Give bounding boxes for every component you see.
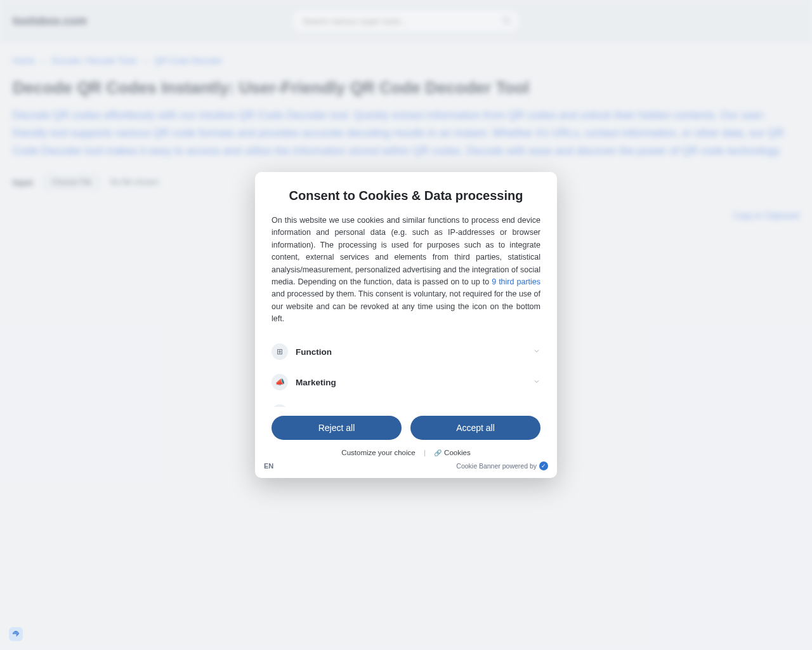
chevron-down-icon [533, 346, 540, 357]
customize-link[interactable]: Customize your choice [341, 449, 415, 456]
consent-category-preferences[interactable]: ⚙Preferences [272, 397, 540, 407]
consent-category-marketing[interactable]: 📣Marketing [272, 367, 540, 397]
chevron-down-icon [533, 376, 540, 388]
privacy-settings-button[interactable] [9, 627, 23, 641]
powered-by: Cookie Banner powered by ✓ [456, 461, 548, 470]
category-icon: ⊞ [272, 343, 288, 360]
link-icon: 🔗 [434, 449, 442, 456]
category-icon: ⚙ [272, 404, 288, 407]
accept-all-button[interactable]: Accept all [410, 416, 540, 440]
category-name: Function [296, 347, 332, 357]
category-name: Marketing [296, 378, 336, 387]
language-selector[interactable]: EN [264, 462, 273, 470]
cookies-link[interactable]: 🔗Cookies [434, 449, 471, 456]
third-parties-link[interactable]: 9 third parties [492, 277, 540, 286]
consent-category-function[interactable]: ⊞Function [272, 336, 540, 367]
reject-all-button[interactable]: Reject all [272, 416, 402, 440]
check-icon: ✓ [539, 461, 548, 470]
category-icon: 📣 [272, 374, 288, 390]
dialog-body: On this website we use cookies and simil… [272, 215, 540, 325]
cookie-consent-dialog: Consent to Cookies & Data processing On … [255, 172, 557, 478]
dialog-title: Consent to Cookies & Data processing [272, 189, 540, 203]
